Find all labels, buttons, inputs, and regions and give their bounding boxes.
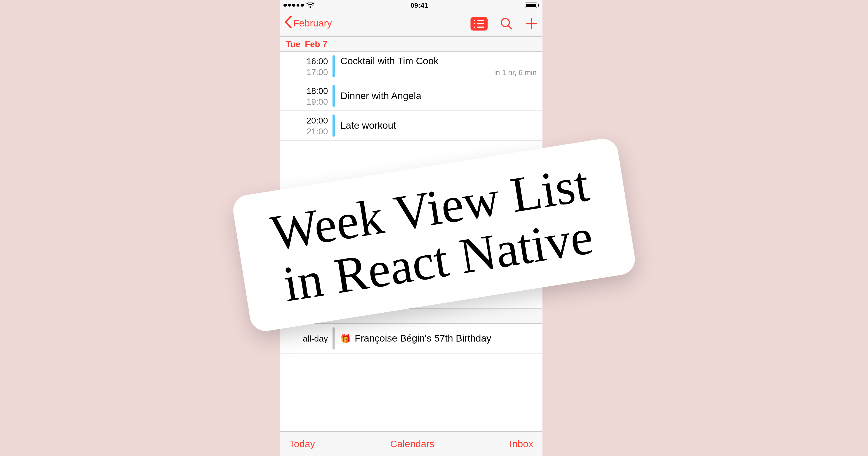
event-color-bar xyxy=(333,55,335,77)
event-title: Dinner with Angela xyxy=(340,90,537,102)
allday-label: all-day xyxy=(280,334,328,343)
event-title-text: Dinner with Angela xyxy=(340,90,421,102)
bottom-toolbar: Today Calendars Inbox xyxy=(280,431,542,456)
event-row[interactable]: 20:0021:00Late workout xyxy=(280,111,542,141)
event-row[interactable]: 16:0017:00Cocktail with Tim Cookin 1 hr,… xyxy=(280,52,542,81)
chevron-left-icon xyxy=(285,16,292,31)
birthday-gift-icon: 🎁 xyxy=(340,333,351,343)
event-times: all-day xyxy=(280,327,333,349)
event-row[interactable]: 18:0019:00Dinner with Angela xyxy=(280,81,542,111)
back-label: February xyxy=(293,18,332,29)
add-event-button[interactable] xyxy=(525,17,538,30)
event-times: 16:0017:00 xyxy=(280,55,333,77)
event-title-text: Cocktail with Tim Cook xyxy=(340,56,438,67)
today-button[interactable]: Today xyxy=(289,438,315,450)
event-start-time: 20:00 xyxy=(280,115,328,125)
event-end-time: 19:00 xyxy=(280,96,328,106)
event-times: 20:0021:00 xyxy=(280,114,333,137)
event-body: 🎁Françoise Bégin's 57th Birthday xyxy=(340,327,537,349)
event-body: Cocktail with Tim Cookin 1 hr, 6 min xyxy=(340,55,537,77)
search-button[interactable] xyxy=(500,17,513,30)
back-button[interactable]: February xyxy=(285,16,332,31)
event-body: Late workout xyxy=(340,114,537,137)
section-date: Feb 7 xyxy=(305,39,327,49)
event-title: Late workout xyxy=(340,120,537,131)
section-dow: Tue xyxy=(286,39,300,49)
event-title: Cocktail with Tim Cook xyxy=(340,56,537,67)
calendars-button[interactable]: Calendars xyxy=(390,438,434,450)
event-title: 🎁Françoise Bégin's 57th Birthday xyxy=(340,333,537,344)
section-header: TueFeb 7 xyxy=(280,36,542,52)
inbox-button[interactable]: Inbox xyxy=(509,438,533,450)
event-start-time: 18:00 xyxy=(280,86,328,95)
event-start-time: 16:00 xyxy=(280,56,328,65)
event-end-time: 17:00 xyxy=(280,67,328,77)
event-color-bar xyxy=(333,85,335,107)
event-body: Dinner with Angela xyxy=(340,85,537,107)
event-subtitle: in 1 hr, 6 min xyxy=(494,68,537,77)
status-time: 09:41 xyxy=(410,1,428,9)
battery-icon xyxy=(525,2,539,8)
list-view-button[interactable] xyxy=(470,17,488,30)
list-icon xyxy=(474,20,484,27)
svg-line-1 xyxy=(508,25,512,28)
event-color-bar xyxy=(333,327,335,349)
event-end-time: 21:00 xyxy=(280,126,328,136)
event-times: 18:0019:00 xyxy=(280,85,333,107)
event-color-bar xyxy=(333,114,335,137)
wifi-icon xyxy=(306,2,314,8)
event-row[interactable]: all-day🎁Françoise Bégin's 57th Birthday xyxy=(280,324,542,353)
signal-dots-icon xyxy=(283,4,304,7)
event-title-text: Françoise Bégin's 57th Birthday xyxy=(355,333,491,344)
event-title-text: Late workout xyxy=(340,120,396,131)
status-bar: 09:41 xyxy=(280,0,542,11)
nav-bar: February xyxy=(280,11,542,36)
